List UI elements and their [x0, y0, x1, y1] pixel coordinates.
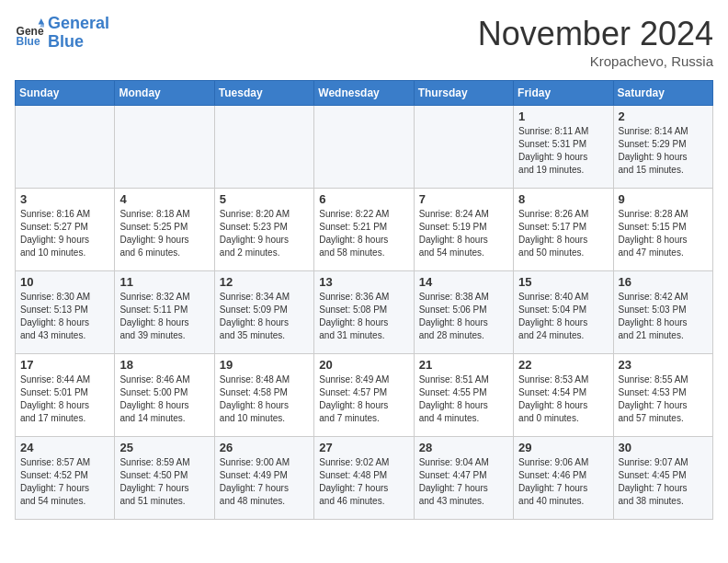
- calendar-cell: 25Sunrise: 8:59 AM Sunset: 4:50 PM Dayli…: [115, 437, 214, 520]
- day-number: 8: [518, 192, 608, 206]
- calendar-table: SundayMondayTuesdayWednesdayThursdayFrid…: [15, 80, 713, 520]
- day-info: Sunrise: 8:32 AM Sunset: 5:11 PM Dayligh…: [119, 291, 209, 342]
- calendar-cell: 29Sunrise: 9:06 AM Sunset: 4:46 PM Dayli…: [514, 437, 613, 520]
- logo-icon: General Blue: [15, 18, 44, 48]
- calendar-cell: 10Sunrise: 8:30 AM Sunset: 5:13 PM Dayli…: [16, 271, 115, 354]
- day-number: 18: [119, 358, 209, 372]
- weekday-header-monday: Monday: [115, 81, 214, 106]
- calendar-cell: 1Sunrise: 8:11 AM Sunset: 5:31 PM Daylig…: [514, 106, 613, 189]
- calendar-week-row: 17Sunrise: 8:44 AM Sunset: 5:01 PM Dayli…: [16, 354, 713, 437]
- day-number: 23: [619, 358, 708, 372]
- day-info: Sunrise: 8:53 AM Sunset: 4:54 PM Dayligh…: [518, 373, 608, 425]
- day-info: Sunrise: 8:51 AM Sunset: 4:55 PM Dayligh…: [419, 373, 508, 425]
- calendar-cell: 21Sunrise: 8:51 AM Sunset: 4:55 PM Dayli…: [414, 354, 513, 437]
- day-number: 6: [319, 192, 408, 206]
- day-number: 13: [319, 275, 408, 289]
- day-number: 7: [419, 192, 508, 206]
- calendar-cell: 19Sunrise: 8:48 AM Sunset: 4:58 PM Dayli…: [214, 354, 313, 437]
- day-number: 2: [619, 109, 708, 123]
- day-number: 17: [20, 358, 109, 372]
- page-header: General Blue General Blue November 2024 …: [15, 15, 713, 69]
- day-info: Sunrise: 8:34 AM Sunset: 5:09 PM Dayligh…: [220, 291, 309, 342]
- day-info: Sunrise: 8:20 AM Sunset: 5:23 PM Dayligh…: [220, 208, 309, 259]
- day-number: 4: [119, 192, 209, 206]
- day-info: Sunrise: 8:42 AM Sunset: 5:03 PM Dayligh…: [619, 291, 708, 342]
- weekday-header-friday: Friday: [514, 81, 613, 106]
- day-info: Sunrise: 8:26 AM Sunset: 5:17 PM Dayligh…: [518, 208, 608, 259]
- day-number: 24: [20, 441, 109, 454]
- logo-text-blue: Blue: [48, 33, 109, 52]
- svg-text:Blue: Blue: [17, 35, 40, 48]
- calendar-cell: 16Sunrise: 8:42 AM Sunset: 5:03 PM Dayli…: [613, 271, 712, 354]
- calendar-cell: 11Sunrise: 8:32 AM Sunset: 5:11 PM Dayli…: [115, 271, 214, 354]
- calendar-cell: 14Sunrise: 8:38 AM Sunset: 5:06 PM Dayli…: [414, 271, 513, 354]
- day-number: 30: [619, 441, 708, 454]
- calendar-cell: [414, 106, 513, 189]
- weekday-header-tuesday: Tuesday: [214, 81, 313, 106]
- day-number: 15: [518, 275, 608, 289]
- day-number: 22: [518, 358, 608, 372]
- calendar-cell: 4Sunrise: 8:18 AM Sunset: 5:25 PM Daylig…: [115, 189, 214, 271]
- day-info: Sunrise: 8:36 AM Sunset: 5:08 PM Dayligh…: [319, 291, 408, 342]
- title-block: November 2024 Kropachevo, Russia: [478, 15, 713, 69]
- calendar-week-row: 10Sunrise: 8:30 AM Sunset: 5:13 PM Dayli…: [16, 271, 713, 354]
- logo: General Blue General Blue: [15, 15, 109, 52]
- day-info: Sunrise: 8:30 AM Sunset: 5:13 PM Dayligh…: [20, 291, 109, 342]
- calendar-cell: 2Sunrise: 8:14 AM Sunset: 5:29 PM Daylig…: [613, 106, 712, 189]
- day-info: Sunrise: 8:49 AM Sunset: 4:57 PM Dayligh…: [319, 373, 408, 425]
- day-info: Sunrise: 8:38 AM Sunset: 5:06 PM Dayligh…: [419, 291, 508, 342]
- calendar-cell: [314, 106, 414, 189]
- calendar-week-row: 3Sunrise: 8:16 AM Sunset: 5:27 PM Daylig…: [16, 189, 713, 271]
- day-info: Sunrise: 8:18 AM Sunset: 5:25 PM Dayligh…: [119, 208, 209, 259]
- calendar-cell: 20Sunrise: 8:49 AM Sunset: 4:57 PM Dayli…: [314, 354, 414, 437]
- day-number: 5: [220, 192, 309, 206]
- day-info: Sunrise: 8:14 AM Sunset: 5:29 PM Dayligh…: [619, 125, 708, 177]
- day-number: 20: [319, 358, 408, 372]
- day-info: Sunrise: 9:04 AM Sunset: 4:47 PM Dayligh…: [419, 456, 508, 508]
- calendar-cell: 22Sunrise: 8:53 AM Sunset: 4:54 PM Dayli…: [514, 354, 613, 437]
- day-info: Sunrise: 8:40 AM Sunset: 5:04 PM Dayligh…: [518, 291, 608, 342]
- calendar-cell: 6Sunrise: 8:22 AM Sunset: 5:21 PM Daylig…: [314, 189, 414, 271]
- weekday-header-thursday: Thursday: [414, 81, 513, 106]
- day-number: 12: [220, 275, 309, 289]
- day-info: Sunrise: 8:59 AM Sunset: 4:50 PM Dayligh…: [119, 456, 209, 508]
- day-info: Sunrise: 8:55 AM Sunset: 4:53 PM Dayligh…: [619, 373, 708, 425]
- day-info: Sunrise: 8:11 AM Sunset: 5:31 PM Dayligh…: [518, 125, 608, 177]
- calendar-cell: 24Sunrise: 8:57 AM Sunset: 4:52 PM Dayli…: [16, 437, 115, 520]
- day-number: 3: [20, 192, 109, 206]
- calendar-header-row: SundayMondayTuesdayWednesdayThursdayFrid…: [16, 81, 713, 106]
- calendar-cell: 28Sunrise: 9:04 AM Sunset: 4:47 PM Dayli…: [414, 437, 513, 520]
- day-number: 1: [518, 109, 608, 123]
- weekday-header-saturday: Saturday: [613, 81, 712, 106]
- weekday-header-wednesday: Wednesday: [314, 81, 414, 106]
- calendar-cell: 18Sunrise: 8:46 AM Sunset: 5:00 PM Dayli…: [115, 354, 214, 437]
- calendar-cell: [214, 106, 313, 189]
- calendar-cell: 5Sunrise: 8:20 AM Sunset: 5:23 PM Daylig…: [214, 189, 313, 271]
- day-number: 21: [419, 358, 508, 372]
- day-number: 19: [220, 358, 309, 372]
- calendar-cell: 12Sunrise: 8:34 AM Sunset: 5:09 PM Dayli…: [214, 271, 313, 354]
- calendar-cell: 3Sunrise: 8:16 AM Sunset: 5:27 PM Daylig…: [16, 189, 115, 271]
- day-info: Sunrise: 8:16 AM Sunset: 5:27 PM Dayligh…: [20, 208, 109, 259]
- day-info: Sunrise: 9:00 AM Sunset: 4:49 PM Dayligh…: [220, 456, 309, 508]
- day-number: 26: [220, 441, 309, 454]
- calendar-cell: 17Sunrise: 8:44 AM Sunset: 5:01 PM Dayli…: [16, 354, 115, 437]
- calendar-week-row: 1Sunrise: 8:11 AM Sunset: 5:31 PM Daylig…: [16, 106, 713, 189]
- day-info: Sunrise: 8:22 AM Sunset: 5:21 PM Dayligh…: [319, 208, 408, 259]
- day-info: Sunrise: 8:44 AM Sunset: 5:01 PM Dayligh…: [20, 373, 109, 425]
- calendar-cell: 15Sunrise: 8:40 AM Sunset: 5:04 PM Dayli…: [514, 271, 613, 354]
- calendar-week-row: 24Sunrise: 8:57 AM Sunset: 4:52 PM Dayli…: [16, 437, 713, 520]
- calendar-cell: 13Sunrise: 8:36 AM Sunset: 5:08 PM Dayli…: [314, 271, 414, 354]
- calendar-cell: 26Sunrise: 9:00 AM Sunset: 4:49 PM Dayli…: [214, 437, 313, 520]
- calendar-cell: 8Sunrise: 8:26 AM Sunset: 5:17 PM Daylig…: [514, 189, 613, 271]
- calendar-cell: 23Sunrise: 8:55 AM Sunset: 4:53 PM Dayli…: [613, 354, 712, 437]
- day-number: 10: [20, 275, 109, 289]
- calendar-cell: 30Sunrise: 9:07 AM Sunset: 4:45 PM Dayli…: [613, 437, 712, 520]
- weekday-header-sunday: Sunday: [16, 81, 115, 106]
- day-number: 29: [518, 441, 608, 454]
- day-number: 27: [319, 441, 408, 454]
- day-info: Sunrise: 8:28 AM Sunset: 5:15 PM Dayligh…: [619, 208, 708, 259]
- day-info: Sunrise: 8:48 AM Sunset: 4:58 PM Dayligh…: [220, 373, 309, 425]
- day-info: Sunrise: 9:02 AM Sunset: 4:48 PM Dayligh…: [319, 456, 408, 508]
- day-number: 14: [419, 275, 508, 289]
